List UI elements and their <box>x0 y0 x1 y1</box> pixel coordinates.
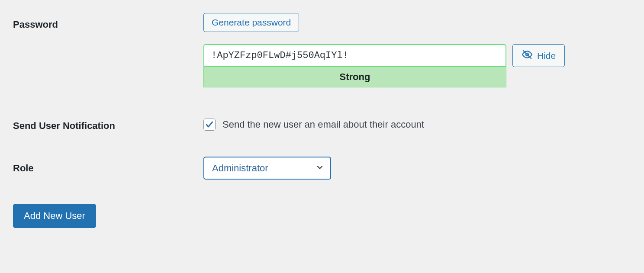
role-row: Role Administrator <box>13 157 631 180</box>
password-label: Password <box>13 13 203 30</box>
password-input-wrap: Strong Hide <box>203 44 631 87</box>
add-new-user-label: Add New User <box>24 210 85 221</box>
notification-field: Send the new user an email about their a… <box>203 114 631 131</box>
generate-password-label: Generate password <box>212 17 291 28</box>
notification-checkbox-label: Send the new user an email about their a… <box>222 119 424 130</box>
password-strength-meter: Strong <box>203 67 506 87</box>
password-row: Password Generate password Strong <box>13 13 631 87</box>
send-notification-checkbox[interactable] <box>203 119 216 131</box>
checkmark-icon <box>205 120 214 129</box>
notification-row: Send User Notification Send the new user… <box>13 114 631 132</box>
password-input-group: Strong <box>203 44 506 87</box>
role-label: Role <box>13 157 203 174</box>
notification-label: Send User Notification <box>13 114 203 132</box>
role-select[interactable]: Administrator <box>203 157 331 180</box>
hide-password-label: Hide <box>537 51 556 61</box>
role-select-wrap: Administrator <box>203 157 331 180</box>
password-input[interactable] <box>203 44 506 67</box>
role-field: Administrator <box>203 157 631 180</box>
password-field-group: Generate password Strong Hide <box>203 13 631 87</box>
add-new-user-button[interactable]: Add New User <box>13 204 96 228</box>
eye-slash-icon <box>522 49 533 62</box>
generate-password-button[interactable]: Generate password <box>203 13 299 32</box>
hide-password-button[interactable]: Hide <box>512 44 565 67</box>
notification-checkbox-wrap: Send the new user an email about their a… <box>203 114 631 131</box>
